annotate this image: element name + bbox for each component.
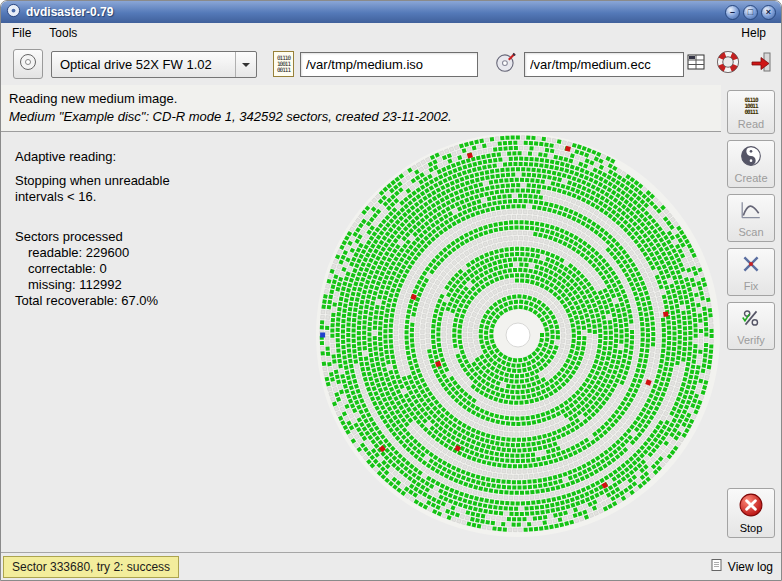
missing-count: missing: 112992 — [15, 277, 170, 293]
iso-path-input[interactable] — [300, 52, 478, 77]
readable-count: readable: 229600 — [15, 245, 170, 261]
disc-sector-spiral — [311, 133, 721, 543]
operation-title: Reading new medium image. — [9, 91, 715, 106]
verify-label: Verify — [737, 334, 765, 346]
minimize-button[interactable]: – — [725, 5, 740, 20]
stopping-line2: intervals < 16. — [15, 189, 170, 205]
stop-icon — [739, 493, 763, 521]
scan-chart-icon — [740, 199, 762, 225]
close-button[interactable]: × — [761, 5, 776, 20]
binary-line: 00111 — [277, 67, 290, 73]
verify-button[interactable]: Verify — [727, 302, 775, 350]
window-title: dvdisaster-0.79 — [26, 5, 113, 19]
menu-help[interactable]: Help — [728, 24, 779, 42]
menu-file[interactable]: File — [3, 24, 40, 42]
quit-icon[interactable] — [750, 51, 772, 77]
view-log-button[interactable]: View log — [710, 558, 773, 575]
maximize-button[interactable]: □ — [743, 5, 758, 20]
scan-button[interactable]: Scan — [727, 194, 775, 242]
drive-icon — [18, 52, 38, 76]
drive-button[interactable] — [13, 49, 43, 79]
binary-line: 00111 — [744, 109, 757, 115]
app-icon — [6, 3, 21, 22]
read-icon: 01110 10011 00111 — [741, 95, 762, 117]
toolbar: Optical drive 52X FW 1.02 01110 10011 00… — [1, 43, 781, 85]
adaptive-reading-title: Adaptive reading: — [15, 149, 170, 165]
stopping-line1: Stopping when unreadable — [15, 173, 170, 189]
action-sidebar: 01110 10011 00111 Read Create — [721, 85, 781, 554]
sectors-processed-title: Sectors processed — [15, 229, 170, 245]
preferences-icon[interactable] — [686, 52, 706, 76]
view-log-label: View log — [728, 560, 773, 574]
statusbar: Sector 333680, try 2: success View log — [1, 552, 781, 580]
reading-stats-panel: Adaptive reading: Stopping when unreadab… — [15, 149, 170, 309]
stop-label: Stop — [740, 522, 763, 534]
fix-tools-icon — [740, 253, 762, 279]
read-button[interactable]: 01110 10011 00111 Read — [727, 90, 775, 134]
correctable-count: correctable: 0 — [15, 261, 170, 277]
drive-selector-value: Optical drive 52X FW 1.02 — [52, 57, 235, 72]
operation-header: Reading new medium image. Medium "Exampl… — [1, 85, 723, 132]
titlebar[interactable]: dvdisaster-0.79 – □ × — [1, 1, 781, 23]
ecc-path-input[interactable] — [524, 52, 684, 77]
yin-yang-icon — [740, 145, 762, 171]
app-window: dvdisaster-0.79 – □ × File Tools Help Op… — [0, 0, 782, 581]
create-label: Create — [734, 172, 767, 184]
scan-label: Scan — [738, 226, 763, 238]
stop-button[interactable]: Stop — [727, 488, 775, 538]
chevron-down-icon[interactable] — [235, 52, 256, 77]
fix-button[interactable]: Fix — [727, 248, 775, 296]
menu-tools[interactable]: Tools — [40, 24, 86, 42]
help-lifesaver-icon[interactable] — [717, 51, 739, 77]
total-recoverable: Total recoverable: 67.0% — [15, 293, 170, 309]
status-message: Sector 333680, try 2: success — [3, 556, 179, 578]
image-file-icon: 01110 10011 00111 — [273, 51, 294, 77]
read-label: Read — [738, 118, 764, 130]
log-page-icon — [710, 558, 724, 575]
menubar: File Tools Help — [1, 23, 781, 43]
ecc-file-icon — [494, 50, 518, 78]
verify-percent-icon — [740, 307, 762, 333]
create-button[interactable]: Create — [727, 140, 775, 188]
drive-selector[interactable]: Optical drive 52X FW 1.02 — [51, 51, 257, 78]
main-content: Adaptive reading: Stopping when unreadab… — [1, 133, 723, 554]
fix-label: Fix — [744, 280, 759, 292]
medium-info: Medium "Example disc": CD-R mode 1, 3425… — [9, 109, 715, 124]
